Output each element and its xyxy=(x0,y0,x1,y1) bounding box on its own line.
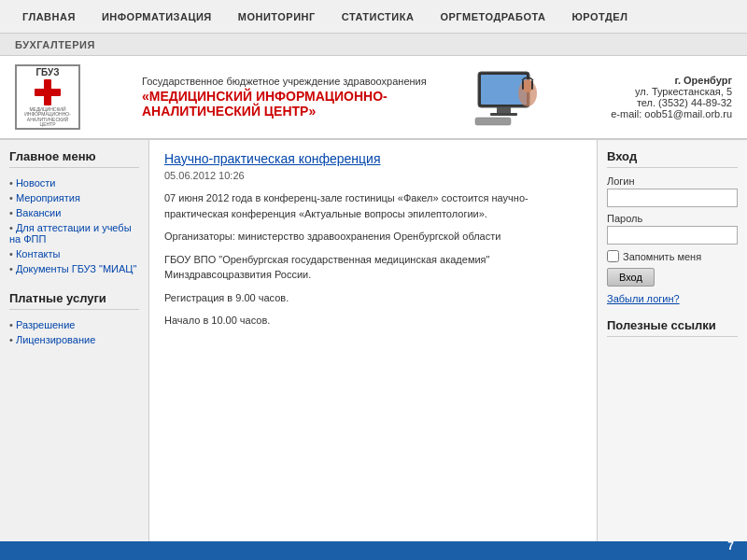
svg-rect-1 xyxy=(35,89,61,96)
svg-rect-4 xyxy=(497,107,511,113)
sidebar-item-news[interactable]: Новости xyxy=(9,175,139,190)
computer-image xyxy=(471,64,545,130)
login-section-title: Вход xyxy=(607,149,738,168)
banner-address-street: ул. Туркестанская, 5 xyxy=(545,86,732,97)
banner-email: e-mail: oob51@mail.orb.ru xyxy=(545,108,732,119)
subnav-label: БУХГАЛТЕРИЯ xyxy=(15,39,95,50)
nav-informatization[interactable]: ИНФОРМАТИЗАЦИЯ xyxy=(89,11,225,22)
top-navigation: ГЛАВНАЯ ИНФОРМАТИЗАЦИЯ МОНИТОРИНГ СТАТИС… xyxy=(0,0,747,34)
useful-links-title: Полезные ссылки xyxy=(607,318,738,337)
sidebar-item-vacancies[interactable]: Вакансии xyxy=(9,205,139,220)
svg-rect-5 xyxy=(490,113,517,116)
login-button[interactable]: Вход xyxy=(607,268,655,287)
login-input[interactable] xyxy=(607,189,738,207)
sidebar: Главное меню Новости Мероприятия Ваканси… xyxy=(0,140,149,560)
nav-monitoring[interactable]: МОНИТОРИНГ xyxy=(225,11,329,22)
logo-area: ГБУЗ МЕДИЦИНСКИЙИНФОРМАЦИОННО-АНАЛИТИЧЕС… xyxy=(15,64,127,130)
svg-rect-6 xyxy=(475,118,511,125)
banner-title: «МЕДИЦИНСКИЙ ИНФОРМАЦИОННО-АНАЛИТИЧЕСКИЙ… xyxy=(142,89,456,119)
sidebar-item-permission[interactable]: Разрешение xyxy=(9,317,139,332)
password-input[interactable] xyxy=(607,226,738,245)
right-panel: Вход Логин Пароль Запомнить меня Вход За… xyxy=(598,140,747,560)
password-label: Пароль xyxy=(607,213,738,224)
nav-legal[interactable]: ЮРОТДЕЛ xyxy=(558,11,641,22)
sidebar-item-events[interactable]: Мероприятия xyxy=(9,190,139,205)
svg-rect-10 xyxy=(531,80,533,90)
remember-row: Запомнить меня xyxy=(607,250,738,262)
slide-number: 7 xyxy=(727,539,734,553)
banner-address: г. Оренбург ул. Туркестанская, 5 тел. (3… xyxy=(545,75,732,119)
main-content: Научно-практическая конференция 05.06.20… xyxy=(149,140,598,560)
logo-inner-text: МЕДИЦИНСКИЙИНФОРМАЦИОННО-АНАЛИТИЧЕСКИЙЦЕ… xyxy=(24,107,71,128)
remember-checkbox[interactable] xyxy=(607,250,619,262)
forgot-link[interactable]: Забыли логин? xyxy=(607,293,680,304)
nav-home[interactable]: ГЛАВНАЯ xyxy=(9,11,89,22)
login-label: Логин xyxy=(607,175,738,187)
sub-navigation: БУХГАЛТЕРИЯ xyxy=(0,34,747,56)
article-body-4: Регистрация в 9.00 часов. xyxy=(164,290,582,306)
svg-rect-9 xyxy=(522,80,524,90)
nav-statistics[interactable]: СТАТИСТИКА xyxy=(329,11,428,22)
sidebar-item-documents[interactable]: Документы ГБУЗ "МИАЦ" xyxy=(9,261,139,276)
logo-cross-icon xyxy=(33,77,63,107)
logo-gbuz-text: ГБУЗ xyxy=(35,67,59,77)
sidebar-item-attestation[interactable]: Для аттестации и учебы на ФПП xyxy=(9,220,139,246)
main-menu-list: Новости Мероприятия Вакансии Для аттеста… xyxy=(9,175,139,276)
useful-links-section: Полезные ссылки xyxy=(607,318,738,337)
logo-box: ГБУЗ МЕДИЦИНСКИЙИНФОРМАЦИОННО-АНАЛИТИЧЕС… xyxy=(15,64,80,130)
sidebar-item-contacts[interactable]: Контакты xyxy=(9,246,139,261)
header-banner: ГБУЗ МЕДИЦИНСКИЙИНФОРМАЦИОННО-АНАЛИТИЧЕС… xyxy=(0,56,747,140)
banner-center: Государственное бюджетное учреждение здр… xyxy=(127,76,471,119)
banner-subtitle: Государственное бюджетное учреждение здр… xyxy=(142,76,456,87)
article-body-1: 07 июня 2012 года в конференц-зале гости… xyxy=(164,190,582,221)
article-title[interactable]: Научно-практическая конференция xyxy=(164,151,582,166)
main-menu-title: Главное меню xyxy=(9,149,139,168)
article-body-3: ГБОУ ВПО "Оренбургская государственная м… xyxy=(164,252,582,283)
article-body-2: Организаторы: министерство здравоохранен… xyxy=(164,229,582,245)
paid-services-title: Платные услуги xyxy=(9,291,139,310)
nav-orgmetod[interactable]: ОРГМЕТОДРАБОТА xyxy=(427,11,558,22)
paid-services-list: Разрешение Лицензирование xyxy=(9,317,139,347)
sidebar-item-licensing[interactable]: Лицензирование xyxy=(9,332,139,347)
bottom-bar: 7 xyxy=(0,541,747,560)
login-form: Логин Пароль Запомнить меня Вход Забыли … xyxy=(607,175,738,305)
main-area: Главное меню Новости Мероприятия Ваканси… xyxy=(0,140,747,560)
remember-label: Запомнить меня xyxy=(623,251,701,262)
computer-icon xyxy=(473,67,543,128)
article-body-5: Начало в 10.00 часов. xyxy=(164,313,582,329)
banner-phone: тел. (3532) 44-89-32 xyxy=(545,97,732,108)
article-date: 05.06.2012 10:26 xyxy=(164,170,582,181)
banner-city: г. Оренбург xyxy=(545,75,732,86)
